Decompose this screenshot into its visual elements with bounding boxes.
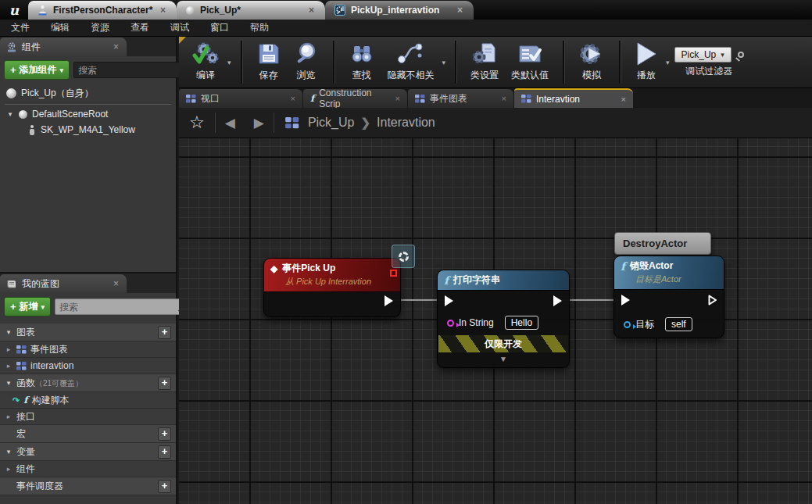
- expand-arrow-icon[interactable]: ▾: [5, 448, 13, 456]
- chevron-down-icon[interactable]: ▾: [664, 59, 671, 66]
- in-string-input[interactable]: Hello: [505, 316, 538, 330]
- close-icon[interactable]: ×: [395, 94, 400, 103]
- add-dispatcher-button[interactable]: +: [158, 480, 171, 493]
- debug-object-dropdown[interactable]: Pick_Up ▾: [674, 47, 732, 63]
- class-defaults-button[interactable]: 类默认值: [505, 38, 555, 87]
- item-construction-script[interactable]: ↷ f 构建脚本: [0, 392, 176, 409]
- expand-arrow-icon[interactable]: ▸: [5, 345, 13, 353]
- close-icon[interactable]: ×: [621, 95, 626, 104]
- tab-interaction[interactable]: Interavtion ×: [514, 88, 633, 108]
- menu-help[interactable]: 帮助: [250, 21, 269, 34]
- skeletal-mesh-icon: [28, 125, 36, 135]
- chevron-down-icon[interactable]: ▾: [441, 59, 448, 66]
- close-icon[interactable]: ×: [456, 5, 464, 16]
- exec-out-pin[interactable]: [553, 295, 562, 306]
- event-graph-label: 事件图表: [30, 343, 171, 356]
- tab-viewport[interactable]: 视口 ×: [179, 89, 302, 108]
- chevron-down-icon[interactable]: ▾: [226, 59, 233, 66]
- item-event-graph[interactable]: ▸ 事件图表: [0, 341, 176, 358]
- event-diamond-icon: ◆: [270, 263, 277, 274]
- destroy-actor-node[interactable]: f 销毁Actor 目标是Actor 目标 self: [613, 256, 724, 338]
- tab-construction-script[interactable]: f Construction Scrip ×: [303, 89, 407, 108]
- close-icon[interactable]: ×: [307, 5, 316, 16]
- main-toolbar: 编译 ▾ 保存 浏览 查找 隐藏不相关 ▾: [179, 37, 812, 88]
- asset-tab-firstpersoncharacter[interactable]: FirstPersonCharacter* ×: [28, 1, 177, 20]
- bookmark-star-icon[interactable]: ☆: [179, 113, 215, 133]
- component-row-mesh[interactable]: SK_WP_M4A1_Yellow: [0, 122, 176, 138]
- section-event-dispatchers[interactable]: 事件调度器 +: [0, 477, 176, 495]
- close-icon[interactable]: ×: [112, 41, 120, 52]
- component-row-scene-root[interactable]: ▾ DefaultSceneRoot: [0, 106, 176, 122]
- exec-out-pin[interactable]: [385, 295, 393, 306]
- close-icon[interactable]: ×: [159, 5, 167, 16]
- string-pin-icon[interactable]: [447, 320, 454, 327]
- add-component-button[interactable]: + 添加组件 ▾: [4, 60, 70, 80]
- chevron-down-icon: ▾: [41, 303, 45, 311]
- event-pickup-node[interactable]: ◆ 事件Pick Up 从 Pick Up Interravtion: [263, 258, 401, 317]
- find-label: 查找: [352, 69, 371, 82]
- nav-back-icon[interactable]: ◀: [216, 115, 245, 131]
- item-interfaces[interactable]: ▸ 接口: [0, 409, 176, 425]
- debug-search-icon[interactable]: [738, 52, 744, 58]
- expand-arrow-icon[interactable]: ▸: [5, 362, 13, 370]
- blueprint-graph-canvas[interactable]: ◆ 事件Pick Up 从 Pick Up Interravtion f 打印字…: [179, 138, 812, 504]
- breadcrumb-root[interactable]: Pick_Up: [304, 116, 359, 130]
- compile-button[interactable]: 编译: [185, 38, 226, 87]
- exec-in-pin[interactable]: [445, 295, 453, 306]
- menu-debug[interactable]: 调试: [170, 21, 189, 34]
- expand-arrow-icon[interactable]: ▾: [5, 328, 13, 336]
- find-button[interactable]: 查找: [342, 38, 381, 87]
- add-variable-button[interactable]: +: [158, 445, 171, 459]
- item-interaction-graph[interactable]: ▸ interavtion: [0, 358, 176, 374]
- object-pin-icon[interactable]: [624, 321, 631, 328]
- nav-forward-icon[interactable]: ▶: [245, 115, 274, 131]
- simulate-button[interactable]: 模拟: [572, 38, 611, 87]
- close-icon[interactable]: ×: [112, 278, 120, 289]
- expand-arrow-icon[interactable]: ▸: [5, 465, 13, 473]
- asset-tab-pickup[interactable]: Pick_Up* ×: [177, 1, 325, 20]
- blueprint-icon: [334, 5, 345, 16]
- menu-window[interactable]: 窗口: [210, 21, 229, 34]
- section-functions[interactable]: ▾ 函数（21可覆盖） +: [0, 374, 176, 392]
- interface-event-badge-icon: [392, 245, 415, 268]
- save-button[interactable]: 保存: [250, 38, 288, 87]
- browse-button[interactable]: 浏览: [288, 38, 325, 87]
- close-icon[interactable]: ×: [502, 94, 506, 103]
- exec-in-pin[interactable]: [621, 295, 630, 306]
- item-components-category[interactable]: ▸ 组件: [0, 461, 176, 477]
- expand-arrow-icon[interactable]: ▾: [5, 379, 13, 387]
- tab-event-graph[interactable]: 事件图表 ×: [408, 89, 513, 108]
- add-function-button[interactable]: +: [158, 377, 171, 390]
- section-macros[interactable]: 宏 +: [0, 425, 176, 443]
- section-graphs[interactable]: ▾ 图表 +: [0, 323, 176, 341]
- exec-out-pin[interactable]: [708, 295, 717, 306]
- hide-unrelated-button[interactable]: 隐藏不相关: [381, 38, 441, 87]
- simulate-label: 模拟: [582, 69, 601, 82]
- destroy-actor-comment-bubble[interactable]: DestroyActor: [614, 232, 711, 255]
- debug-filter-label: 调试过滤器: [685, 65, 732, 78]
- document-tab-strip: 视口 × f Construction Scrip × 事件图表 × Inter…: [179, 88, 812, 108]
- add-new-button[interactable]: + 新增 ▾: [4, 297, 51, 316]
- tab-my-blueprint[interactable]: 我的蓝图 ×: [0, 274, 127, 293]
- play-label: 播放: [637, 69, 656, 82]
- my-blueprint-search-input[interactable]: [59, 302, 181, 313]
- add-macro-button[interactable]: +: [158, 427, 171, 441]
- class-settings-button[interactable]: 类设置: [464, 38, 505, 87]
- menu-view[interactable]: 查看: [131, 21, 149, 34]
- breadcrumb-current[interactable]: Interavtion: [373, 116, 439, 130]
- target-self-input[interactable]: self: [665, 317, 692, 331]
- expand-arrow-icon[interactable]: ▸: [5, 413, 13, 420]
- asset-tab-pickup-interaction[interactable]: PickUp_interravtion ×: [325, 1, 474, 20]
- section-variables[interactable]: ▾ 变量 +: [0, 443, 176, 461]
- print-string-node[interactable]: f 打印字符串 In String Hello 仅限开发 ▼: [437, 270, 570, 368]
- menu-edit[interactable]: 编辑: [51, 21, 70, 34]
- close-icon[interactable]: ×: [291, 94, 295, 103]
- add-graph-button[interactable]: +: [158, 326, 171, 339]
- menu-file[interactable]: 文件: [11, 21, 30, 34]
- play-button[interactable]: 播放: [628, 38, 664, 87]
- expand-advanced-icon[interactable]: ▼: [438, 355, 569, 363]
- tab-components[interactable]: 组件 ×: [0, 38, 127, 56]
- expand-arrow-icon[interactable]: ▾: [6, 110, 14, 118]
- menu-asset[interactable]: 资源: [91, 21, 109, 34]
- component-row-self[interactable]: Pick_Up（自身）: [0, 84, 176, 102]
